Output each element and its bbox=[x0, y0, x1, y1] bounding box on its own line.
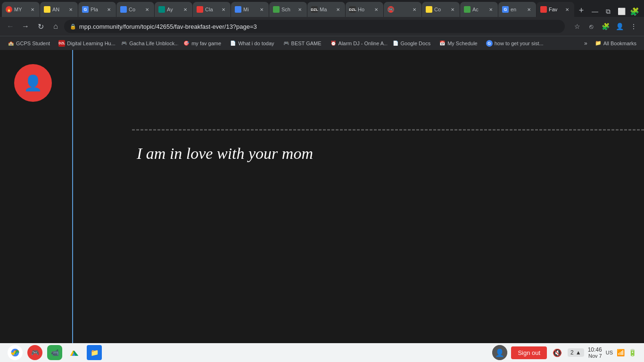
bookmark-sister[interactable]: G how to get your sist... bbox=[482, 38, 544, 49]
refresh-button[interactable]: ↻ bbox=[34, 20, 47, 33]
sign-out-button[interactable]: Sign out bbox=[511, 346, 547, 359]
tab-dzl-ho[interactable]: DZL Ho ✕ bbox=[346, 2, 383, 17]
tab-label-13: Ac bbox=[472, 7, 479, 12]
tab-label-4: Co bbox=[129, 7, 135, 12]
tab-cla[interactable]: Cla ✕ bbox=[193, 2, 231, 17]
tab-close-9[interactable]: ✕ bbox=[335, 6, 341, 13]
tab-my[interactable]: 🔥 MY ✕ bbox=[2, 2, 40, 17]
tab-close-8[interactable]: ✕ bbox=[297, 6, 303, 13]
restore-icon[interactable]: ⬜ bbox=[616, 6, 627, 17]
tab-close-6[interactable]: ✕ bbox=[220, 6, 227, 13]
bookmark-google-docs[interactable]: 📄 Google Docs bbox=[388, 38, 435, 49]
bookmark-label-dl: Digital Learning Hu... bbox=[67, 41, 116, 46]
tab-ac[interactable]: Ac ✕ bbox=[460, 2, 498, 17]
maximize-icon[interactable]: ⧉ bbox=[603, 6, 614, 17]
back-button[interactable]: ← bbox=[4, 20, 17, 33]
bookmarks-folder-button[interactable]: 📁 All Bookmarks bbox=[591, 38, 640, 49]
tab-favicon-5 bbox=[158, 6, 165, 13]
bookmark-label-gdocs: Google Docs bbox=[401, 41, 431, 46]
taskbar-sound-icon[interactable]: 🔇 bbox=[551, 346, 564, 359]
taskbar-drive-icon[interactable] bbox=[67, 345, 82, 360]
tab-en[interactable]: G en ✕ bbox=[498, 2, 536, 17]
extensions-icon[interactable]: 🧩 bbox=[629, 6, 640, 17]
taskbar-game-icon[interactable]: 🎮 bbox=[27, 345, 42, 360]
minimize-icon[interactable]: — bbox=[589, 6, 601, 17]
bookmark-alarm[interactable]: ⏰ Alarm DJ - Online A... bbox=[326, 38, 388, 49]
bookmark-gacha[interactable]: 🎮 Gacha Life Unblock... bbox=[117, 38, 178, 49]
tab-close-2[interactable]: ✕ bbox=[67, 6, 74, 13]
bookmark-what-i-do[interactable]: 📄 What i do today bbox=[226, 38, 278, 49]
tab-label-6: Cla bbox=[205, 7, 213, 12]
taskbar-user-avatar[interactable]: 👤 bbox=[492, 345, 507, 360]
home-button[interactable]: ⌂ bbox=[49, 20, 62, 33]
tab-close-4[interactable]: ✕ bbox=[144, 6, 150, 13]
tab-sch[interactable]: Sch ✕ bbox=[269, 2, 307, 17]
tab-label-1: MY bbox=[14, 7, 22, 12]
tab-close-7[interactable]: ✕ bbox=[258, 6, 265, 13]
tab-close-10[interactable]: ✕ bbox=[373, 6, 380, 13]
profile-icon[interactable]: 👤 bbox=[613, 20, 626, 33]
tab-label-14: en bbox=[511, 7, 516, 12]
taskbar-wifi-icon[interactable]: 📶 bbox=[617, 349, 625, 356]
address-bar-actions: ☆ ⎋ 🧩 👤 ⋮ bbox=[570, 20, 640, 33]
tab-close-3[interactable]: ✕ bbox=[106, 6, 112, 13]
bookmark-favicon-gacha: 🎮 bbox=[121, 40, 127, 47]
tab-co2[interactable]: Co ✕ bbox=[422, 2, 460, 17]
new-tab-button[interactable]: + bbox=[575, 4, 588, 17]
taskbar-right: 👤 Sign out 🔇 2 ▲ 10:46 Nov 7 US 📶 bbox=[492, 345, 636, 360]
taskbar-battery-icon[interactable]: 🔋 bbox=[628, 349, 636, 356]
tab-close-14[interactable]: ✕ bbox=[526, 6, 532, 13]
bookmark-gcps[interactable]: 🏫 GCPS Student bbox=[4, 38, 54, 49]
bookmark-my-schedule[interactable]: 📅 My Schedule bbox=[435, 38, 481, 49]
taskbar-status-badge[interactable]: 2 ▲ bbox=[568, 348, 584, 357]
bookmark-star-icon[interactable]: ☆ bbox=[570, 20, 584, 33]
taskbar-date: Nov 7 bbox=[588, 353, 602, 359]
tab-fav[interactable]: Fav ✕ bbox=[537, 2, 574, 17]
tab-close-5[interactable]: ✕ bbox=[182, 6, 189, 13]
taskbar-files-icon[interactable]: 📁 bbox=[87, 345, 102, 360]
tab-label-7: Mi bbox=[243, 7, 249, 12]
dashed-separator bbox=[132, 129, 644, 131]
share-icon[interactable]: ⎋ bbox=[585, 20, 598, 33]
tab-label-10: Ho bbox=[358, 7, 364, 12]
menu-icon[interactable]: ⋮ bbox=[627, 20, 640, 33]
bookmark-fav-game[interactable]: 🎯 my fav game bbox=[179, 38, 225, 49]
tab-favicon-3: G bbox=[82, 6, 89, 13]
tab-red[interactable]: 🎮 ✕ bbox=[384, 2, 421, 17]
bookmark-digital-learning[interactable]: DZL Digital Learning Hu... bbox=[55, 38, 116, 49]
taskbar-chrome-icon[interactable] bbox=[8, 345, 23, 360]
tab-mi[interactable]: Mi ✕ bbox=[231, 2, 269, 17]
bookmarks-more-button[interactable]: » bbox=[581, 40, 590, 47]
tab-close-12[interactable]: ✕ bbox=[449, 6, 456, 13]
tab-close-11[interactable]: ✕ bbox=[411, 6, 418, 13]
tab-favicon-6 bbox=[197, 6, 203, 13]
bookmark-favicon-best: 🎮 bbox=[283, 40, 289, 47]
tab-dzl-ma[interactable]: DZL Ma ✕ bbox=[307, 2, 345, 17]
address-bar[interactable]: 🔒 mpp.community/forum/topic/42655/fav-br… bbox=[64, 20, 565, 33]
tab-close-13[interactable]: ✕ bbox=[487, 6, 494, 13]
bookmark-favicon-gdocs: 📄 bbox=[392, 40, 399, 47]
bookmark-favicon-fav-game: 🎯 bbox=[183, 40, 190, 47]
bookmark-favicon-what: 📄 bbox=[230, 40, 236, 47]
taskbar-meet-icon[interactable]: 📹 bbox=[47, 345, 62, 360]
bookmarks-folder-label: All Bookmarks bbox=[603, 41, 636, 46]
tab-close-1[interactable]: ✕ bbox=[29, 6, 36, 13]
tab-label-12: Co bbox=[434, 7, 441, 12]
bookmark-best-game[interactable]: 🎮 BEST GAME bbox=[279, 38, 325, 49]
bookmark-label-best: BEST GAME bbox=[291, 41, 322, 46]
tab-close-15[interactable]: ✕ bbox=[564, 6, 570, 13]
tab-favicon-9: DZL bbox=[311, 6, 318, 13]
extension-puzzle-icon[interactable]: 🧩 bbox=[599, 20, 612, 33]
tab-bar: 🔥 MY ✕ AN ✕ G Pla ✕ Co ✕ Ay ✕ bbox=[0, 0, 644, 17]
taskbar-datetime[interactable]: 10:46 Nov 7 bbox=[588, 346, 602, 359]
tab-an[interactable]: AN ✕ bbox=[40, 2, 78, 17]
taskbar-region: US bbox=[606, 350, 613, 355]
forward-button[interactable]: → bbox=[19, 20, 32, 33]
tab-co1[interactable]: Co ✕ bbox=[116, 2, 154, 17]
tab-ay[interactable]: Ay ✕ bbox=[155, 2, 192, 17]
folder-icon: 📁 bbox=[595, 40, 602, 46]
tab-bar-right: — ⧉ ⬜ 🧩 bbox=[589, 6, 644, 17]
tab-favicon-12 bbox=[426, 6, 432, 13]
tab-label-5: Ay bbox=[167, 7, 173, 12]
tab-play[interactable]: G Pla ✕ bbox=[78, 2, 116, 17]
